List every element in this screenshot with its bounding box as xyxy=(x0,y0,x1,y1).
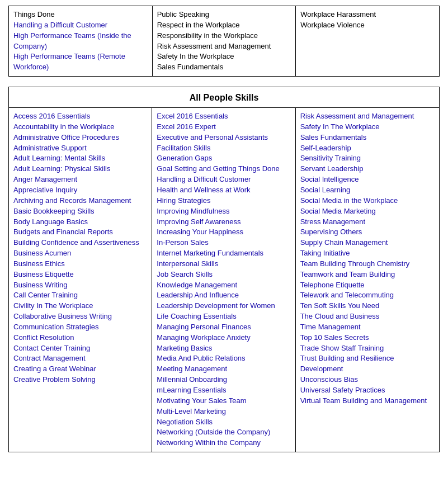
skill-sales-fundamentals[interactable]: Sales Fundamentals xyxy=(300,133,435,143)
skill-business-etiquette[interactable]: Business Etiquette xyxy=(13,269,147,280)
skills-column-1: Access 2016 Essentials Accountability in… xyxy=(9,108,152,452)
skill-business-acumen[interactable]: Business Acumen xyxy=(13,248,147,259)
top-col2-item-1: Public Speaking xyxy=(157,10,291,20)
skill-accountability[interactable]: Accountability in the Workplace xyxy=(13,122,147,133)
skill-social-intelligence[interactable]: Social Intelligence xyxy=(300,174,435,185)
skill-mlearning[interactable]: mLearning Essentials xyxy=(157,385,290,396)
skill-meeting-management[interactable]: Meeting Management xyxy=(157,364,290,375)
skill-motivating-sales-team[interactable]: Motivating Your Sales Team xyxy=(157,396,290,406)
skill-creative-problem-solving[interactable]: Creative Problem Solving xyxy=(13,375,147,385)
skill-networking-outside[interactable]: Networking (Outside the Company) xyxy=(157,427,290,438)
skill-contact-center[interactable]: Contact Center Training xyxy=(13,343,147,354)
skill-handling-difficult-customer[interactable]: Handling a Difficult Customer xyxy=(157,174,290,185)
skill-contract-management[interactable]: Contract Management xyxy=(13,353,147,364)
top-col2-item-4: Risk Assessment and Management xyxy=(157,41,291,52)
skill-access-2016-essentials[interactable]: Access 2016 Essentials xyxy=(13,111,147,122)
skill-trust-building[interactable]: Trust Building and Resilience Developmen… xyxy=(300,353,435,375)
skill-taking-initiative[interactable]: Taking Initiative xyxy=(300,248,435,259)
skill-facilitation-skills[interactable]: Facilitation Skills xyxy=(157,143,290,154)
page: { "topTable": { "col1": [ {"text": "Thin… xyxy=(0,0,448,458)
skill-networking-within[interactable]: Networking Within the Company xyxy=(157,438,290,448)
skill-cloud-business[interactable]: The Cloud and Business xyxy=(300,311,435,322)
skill-body-language[interactable]: Body Language Basics xyxy=(13,217,147,228)
skill-marketing-basics[interactable]: Marketing Basics xyxy=(157,343,290,354)
skill-adult-learning-mental[interactable]: Adult Learning: Mental Skills xyxy=(13,153,147,164)
skill-job-search[interactable]: Job Search Skills xyxy=(157,269,290,280)
skill-building-confidence[interactable]: Building Confidence and Assertiveness xyxy=(13,238,147,248)
skill-telework[interactable]: Telework and Telecommuting xyxy=(300,290,435,301)
skill-negotiation-skills[interactable]: Negotiation Skills xyxy=(157,417,290,428)
skill-excel-2016-essentials[interactable]: Excel 2016 Essentials xyxy=(157,111,290,122)
skill-telephone-etiquette[interactable]: Telephone Etiquette xyxy=(300,280,435,291)
skill-business-ethics[interactable]: Business Ethics xyxy=(13,259,147,269)
skill-trade-show[interactable]: Trade Show Staff Training xyxy=(300,343,435,354)
skill-team-building-chemistry[interactable]: Team Building Through Chemistry xyxy=(300,259,435,269)
top-col-3: Workplace Harassment Workplace Violence xyxy=(296,6,440,77)
skill-supply-chain[interactable]: Supply Chain Management xyxy=(300,238,435,248)
skill-supervising-others[interactable]: Supervising Others xyxy=(300,227,435,238)
skill-internet-marketing[interactable]: Internet Marketing Fundamentals xyxy=(157,248,290,259)
skill-managing-personal-finances[interactable]: Managing Personal Finances xyxy=(157,322,290,333)
top-col1-item-1: Things Done xyxy=(13,10,148,20)
skill-unconscious-bias[interactable]: Unconscious Bias xyxy=(300,375,435,385)
skill-anger-management[interactable]: Anger Management xyxy=(13,174,147,185)
skill-ten-soft-skills[interactable]: Ten Soft Skills You Need xyxy=(300,301,435,311)
skill-improving-mindfulness[interactable]: Improving Mindfulness xyxy=(157,206,290,217)
skill-stress-management[interactable]: Stress Management xyxy=(300,217,435,228)
skill-improving-self-awareness[interactable]: Improving Self Awareness xyxy=(157,217,290,228)
skill-creating-webinar[interactable]: Creating a Great Webinar xyxy=(13,364,147,375)
skill-adult-learning-physical[interactable]: Adult Learning: Physical Skills xyxy=(13,164,147,174)
skill-leadership-dev-women[interactable]: Leadership Development for Women xyxy=(157,301,290,311)
skill-managing-workplace-anxiety[interactable]: Managing Workplace Anxiety xyxy=(157,333,290,343)
skill-multi-level-marketing[interactable]: Multi-Level Marketing xyxy=(157,406,290,417)
skill-hiring-strategies[interactable]: Hiring Strategies xyxy=(157,196,290,206)
skill-increasing-happiness[interactable]: Increasing Your Happiness xyxy=(157,227,290,238)
skill-leadership-influence[interactable]: Leadership And Influence xyxy=(157,290,290,301)
skill-call-center[interactable]: Call Center Training xyxy=(13,290,147,301)
skills-column-3: Risk Assessment and Management Safety In… xyxy=(296,108,439,452)
skill-in-person-sales[interactable]: In-Person Sales xyxy=(157,238,290,248)
skill-interpersonal-skills[interactable]: Interpersonal Skills xyxy=(157,259,290,269)
skill-business-writing[interactable]: Business Writing xyxy=(13,280,147,291)
skill-top-10-sales[interactable]: Top 10 Sales Secrets xyxy=(300,333,435,343)
skill-admin-office-procedures[interactable]: Administrative Office Procedures xyxy=(13,133,147,143)
skill-universal-safety[interactable]: Universal Safety Practices xyxy=(300,385,435,396)
skill-servant-leadership[interactable]: Servant Leadership xyxy=(300,164,435,174)
skill-safety-workplace[interactable]: Safety In The Workplace xyxy=(300,122,435,133)
skill-millennial-onboarding[interactable]: Millennial Onboarding xyxy=(157,375,290,385)
skill-health-wellness[interactable]: Health and Wellness at Work xyxy=(157,185,290,196)
skill-media-public-relations[interactable]: Media And Public Relations xyxy=(157,353,290,364)
skill-communication-strategies[interactable]: Communication Strategies xyxy=(13,322,147,333)
top-table: Things Done Handling a Difficult Custome… xyxy=(8,6,440,77)
top-col2-item-3: Responsibility in the Workplace xyxy=(157,31,291,41)
skill-knowledge-management[interactable]: Knowledge Management xyxy=(157,280,290,291)
top-col1-item-2: Handling a Difficult Customer xyxy=(13,20,148,31)
skills-grid: Access 2016 Essentials Accountability in… xyxy=(9,108,439,452)
skill-appreciative-inquiry[interactable]: Appreciative Inquiry xyxy=(13,185,147,196)
skill-generation-gaps[interactable]: Generation Gaps xyxy=(157,153,290,164)
skill-budgets[interactable]: Budgets and Financial Reports xyxy=(13,227,147,238)
skill-life-coaching[interactable]: Life Coaching Essentials xyxy=(157,311,290,322)
skill-collaborative-writing[interactable]: Collaborative Business Writing xyxy=(13,311,147,322)
skill-virtual-team-building[interactable]: Virtual Team Building and Management xyxy=(300,396,435,406)
skill-admin-support[interactable]: Administrative Support xyxy=(13,143,147,154)
skill-excel-2016-expert[interactable]: Excel 2016 Expert xyxy=(157,122,290,133)
skill-social-learning[interactable]: Social Learning xyxy=(300,185,435,196)
skill-social-media-workplace[interactable]: Social Media in the Workplace xyxy=(300,196,435,206)
skill-teamwork-team-building[interactable]: Teamwork and Team Building xyxy=(300,269,435,280)
skill-risk-assessment[interactable]: Risk Assessment and Management xyxy=(300,111,435,122)
skill-time-management[interactable]: Time Management xyxy=(300,322,435,333)
skill-basic-bookkeeping[interactable]: Basic Bookkeeping Skills xyxy=(13,206,147,217)
skill-civility[interactable]: Civility In The Workplace xyxy=(13,301,147,311)
top-col2-item-6: Sales Fundamentals xyxy=(157,62,291,73)
skill-archiving[interactable]: Archiving and Records Management xyxy=(13,196,147,206)
skills-column-2: Excel 2016 Essentials Excel 2016 Expert … xyxy=(152,108,295,452)
skill-conflict-resolution[interactable]: Conflict Resolution xyxy=(13,333,147,343)
skill-goal-setting[interactable]: Goal Setting and Getting Things Done xyxy=(157,164,290,174)
top-col-2: Public Speaking Respect in the Workplace… xyxy=(152,6,296,77)
skill-social-media-marketing[interactable]: Social Media Marketing xyxy=(300,206,435,217)
skill-self-leadership[interactable]: Self-Leadership xyxy=(300,143,435,154)
top-col-1: Things Done Handling a Difficult Custome… xyxy=(9,6,153,77)
skill-sensitivity-training[interactable]: Sensitivity Training xyxy=(300,153,435,164)
skill-executive-assistants[interactable]: Executive and Personal Assistants xyxy=(157,133,290,143)
